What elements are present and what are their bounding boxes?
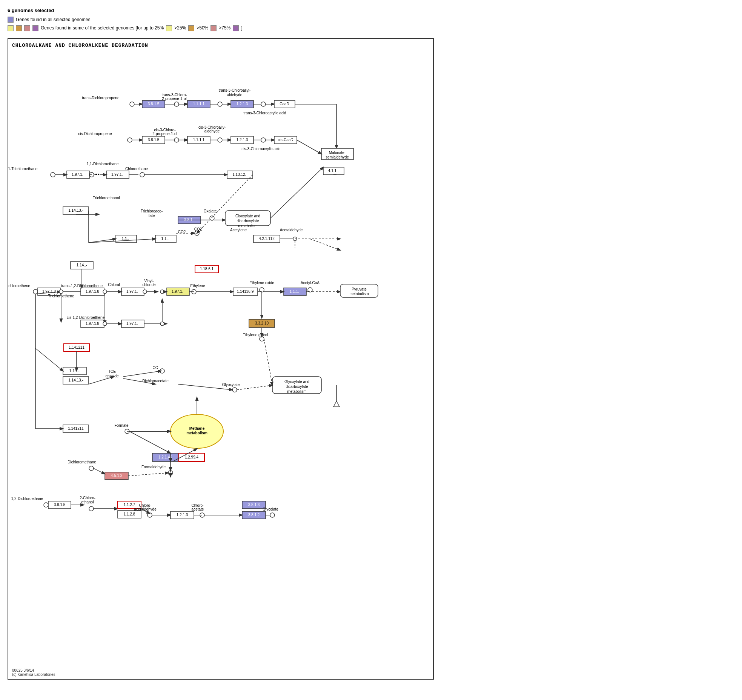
- yellow-legend-box: [8, 25, 14, 31]
- svg-text:1.97.1.8: 1.97.1.8: [86, 322, 100, 326]
- legend-area: 6 genomes selected Genes found in all se…: [4, 4, 738, 34]
- svg-text:aldehyde: aldehyde: [227, 93, 243, 97]
- svg-text:CaaD: CaaD: [280, 102, 289, 106]
- svg-text:1.14136.9: 1.14136.9: [237, 289, 254, 294]
- svg-point-44: [218, 138, 222, 142]
- svg-text:1.97.1.-: 1.97.1.-: [126, 289, 139, 294]
- svg-line-262: [310, 239, 340, 250]
- svg-text:1.2.1.46: 1.2.1.46: [158, 455, 172, 459]
- svg-point-191: [44, 503, 48, 507]
- svg-text:1.141211: 1.141211: [69, 345, 84, 349]
- svg-line-246: [123, 371, 161, 377]
- svg-text:Trichloroethanol: Trichloroethanol: [93, 196, 120, 200]
- legend1-label: Genes found in all selected genomes: [16, 16, 90, 23]
- svg-line-188: [94, 468, 105, 474]
- legend-row-1: Genes found in all selected genomes: [8, 16, 734, 23]
- svg-text:4.5.1.3: 4.5.1.3: [111, 474, 123, 478]
- svg-text:trans-3-Chloroallyl-: trans-3-Chloroallyl-: [219, 88, 250, 92]
- legend-row-2: Genes found in some of the selected geno…: [8, 25, 734, 32]
- svg-text:1,1-Dichloroethane: 1,1-Dichloroethane: [87, 162, 119, 166]
- svg-text:1.1..-: 1.1..-: [161, 237, 170, 241]
- compound-trans-dichloropropene: trans-Dichloropropene: [82, 96, 120, 100]
- svg-point-132: [308, 288, 312, 292]
- svg-line-264: [264, 339, 272, 385]
- svg-text:chloride: chloride: [142, 283, 155, 287]
- svg-text:1.2.1.3: 1.2.1.3: [177, 513, 188, 517]
- svg-text:Formaldehyde: Formaldehyde: [141, 465, 166, 469]
- svg-point-83: [210, 216, 214, 220]
- svg-text:dicarboxylate: dicarboxylate: [286, 385, 308, 389]
- svg-point-238: [103, 322, 107, 326]
- legend2-suffix3: >75%: [219, 25, 230, 32]
- svg-text:1.1.1.1: 1.1.1.1: [193, 102, 205, 106]
- purple-legend-box-2: [233, 25, 239, 31]
- svg-text:1.1.2.7: 1.1.2.7: [124, 503, 135, 507]
- svg-point-231: [143, 290, 147, 294]
- svg-text:3.3.2.10: 3.3.2.10: [255, 321, 269, 325]
- blue-legend-box: [8, 17, 14, 23]
- footer: 00625 3/6/14 (c) Kanehisa Laboratories: [12, 668, 55, 677]
- svg-point-126: [260, 288, 264, 292]
- svg-text:Glyoxylate and: Glyoxylate and: [235, 214, 260, 218]
- svg-text:Glycolate: Glycolate: [263, 507, 278, 511]
- svg-text:2-Chloro-: 2-Chloro-: [80, 496, 95, 500]
- svg-text:aldehyde: aldehyde: [204, 129, 220, 133]
- svg-text:Acetylene: Acetylene: [230, 228, 247, 232]
- svg-text:CO2: CO2: [194, 227, 202, 231]
- svg-line-54: [297, 140, 321, 154]
- pathway-container: CHLOROALKANE AND CHLOROALKENE DEGRADATIO…: [8, 38, 434, 680]
- svg-text:1.13.12.-: 1.13.12.-: [232, 172, 247, 177]
- svg-text:Glyoxylate and: Glyoxylate and: [284, 380, 309, 384]
- svg-text:Acetyl-CoA: Acetyl-CoA: [301, 281, 320, 285]
- svg-text:3.8.1.3: 3.8.1.3: [248, 503, 260, 507]
- svg-text:3.8.1.-: 3.8.1.-: [184, 218, 195, 222]
- svg-point-227: [59, 290, 63, 294]
- svg-text:3.8.1.2: 3.8.1.2: [248, 513, 260, 517]
- svg-point-12: [218, 102, 222, 106]
- svg-text:1.97.1.8: 1.97.1.8: [86, 289, 100, 294]
- svg-point-102: [33, 289, 38, 294]
- svg-text:1.14.13.-: 1.14.13.-: [68, 208, 83, 212]
- svg-text:Tetrachloroethene: Tetrachloroethene: [8, 284, 30, 288]
- svg-point-198: [89, 506, 94, 511]
- svg-line-189: [128, 473, 168, 476]
- svg-text:1.1.1.1: 1.1.1.1: [193, 138, 205, 142]
- svg-point-59: [51, 172, 55, 177]
- svg-text:1.2.1.3: 1.2.1.3: [237, 102, 248, 106]
- svg-text:metabolism: metabolism: [238, 224, 257, 228]
- svg-point-232: [160, 290, 164, 294]
- svg-point-30: [128, 138, 132, 142]
- svg-text:1.97.1.-: 1.97.1.-: [172, 289, 184, 294]
- svg-text:1.97.1.-: 1.97.1.-: [126, 322, 139, 326]
- pink-legend-box: [24, 25, 30, 31]
- svg-line-268: [129, 431, 171, 453]
- svg-point-37: [174, 138, 179, 142]
- purple-legend-box: [32, 25, 38, 31]
- svg-point-229: [103, 290, 107, 294]
- svg-text:Acetaldehyde: Acetaldehyde: [280, 228, 303, 232]
- pathway-diagram: trans-Dichloropropene 3.8.1.5 1.1.1.1 tr…: [8, 54, 434, 677]
- svg-marker-265: [333, 401, 340, 407]
- svg-line-250: [270, 167, 323, 218]
- svg-text:Ethylene glycol: Ethylene glycol: [243, 333, 268, 337]
- svg-text:Ethylene oxide: Ethylene oxide: [249, 281, 274, 285]
- svg-point-148: [260, 337, 264, 341]
- svg-text:1.97.1.-: 1.97.1.-: [111, 172, 124, 177]
- svg-text:semialdehyde: semialdehyde: [326, 155, 349, 159]
- svg-text:cis-CaaD: cis-CaaD: [278, 138, 293, 142]
- footer-line2: (c) Kanehisa Laboratories: [12, 672, 55, 677]
- svg-text:Pyruvate: Pyruvate: [352, 287, 367, 291]
- svg-point-166: [232, 388, 237, 392]
- svg-text:3.8.1.5: 3.8.1.5: [148, 138, 160, 142]
- svg-text:Methane: Methane: [189, 426, 205, 431]
- svg-text:1.2.99.4: 1.2.99.4: [185, 455, 199, 459]
- legend2-suffix: >25%: [174, 25, 186, 32]
- svg-text:1,1,1-Trichloroethane: 1,1,1-Trichloroethane: [8, 167, 38, 171]
- svg-text:metabolism: metabolism: [186, 431, 207, 435]
- pink-legend-box-2: [210, 25, 217, 31]
- svg-point-19: [261, 102, 266, 106]
- svg-point-49: [261, 138, 266, 142]
- svg-text:trans-3-Chloroacrylic acid: trans-3-Chloroacrylic acid: [243, 111, 286, 115]
- svg-text:1.141211: 1.141211: [68, 426, 84, 431]
- svg-text:4.2.1.112: 4.2.1.112: [259, 237, 275, 241]
